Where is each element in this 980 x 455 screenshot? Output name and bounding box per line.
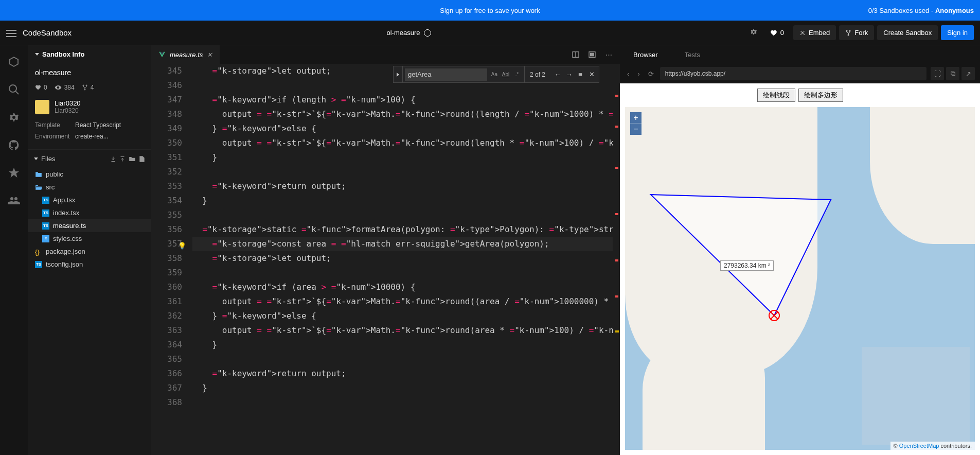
find-expand-icon[interactable] (394, 66, 403, 82)
activity-bar (0, 45, 28, 455)
tab-tests[interactable]: Tests (671, 45, 714, 64)
embed-button[interactable]: Embed (793, 25, 836, 40)
file-tsconfig.json[interactable]: TStsconfig.json (28, 258, 151, 271)
settings-icon[interactable] (8, 111, 20, 124)
find-prev-icon[interactable]: ← (553, 69, 563, 80)
close-icon[interactable]: ✕ (207, 51, 212, 59)
new-folder-icon[interactable] (129, 156, 136, 162)
avatar (35, 100, 49, 114)
banner-status: 0/3 Sandboxes used - Anonymous (868, 7, 974, 14)
more-icon[interactable]: ⋯ (601, 47, 616, 62)
map-attribution: © OpenStreetMap contributors. (890, 442, 975, 450)
match-case-icon[interactable]: Aa (489, 69, 500, 80)
measure-polygon (646, 189, 836, 323)
measure-result: 2793263.34 km ² (720, 260, 774, 271)
file-index.tsx[interactable]: TSindex.tsx (28, 206, 151, 219)
stat-views: 384 (55, 84, 75, 91)
stat-likes: 0 (35, 84, 47, 91)
regex-icon[interactable]: .* (512, 69, 522, 80)
copy-icon[interactable]: ⧉ (946, 67, 959, 80)
file-tree: publicsrcTSApp.tsxTSindex.tsxTSmeasure.t… (28, 168, 151, 455)
find-close-icon[interactable]: ✕ (586, 69, 597, 80)
split-editor-icon[interactable] (568, 47, 583, 62)
find-input[interactable] (405, 68, 487, 81)
find-selection-icon[interactable]: ≡ (575, 69, 585, 80)
sidebar: Sandbox Info ol-measure 0 384 4 Liar0320… (28, 45, 151, 455)
chevron-down-icon (35, 53, 39, 56)
zoom-out-button[interactable]: − (630, 124, 642, 135)
svg-point-5 (86, 85, 87, 86)
svg-rect-9 (591, 53, 594, 56)
live-icon[interactable] (8, 195, 20, 207)
author[interactable]: Liar0320 Liar0320 (35, 99, 144, 114)
promo-banner: Sign up for free to save your work 0/3 S… (0, 0, 980, 21)
files-header[interactable]: Files (28, 149, 151, 168)
qr-watermark (862, 347, 970, 445)
search-icon[interactable] (8, 83, 20, 96)
gear-icon[interactable] (746, 25, 761, 41)
svg-point-6 (84, 89, 85, 90)
file-public[interactable]: public (28, 168, 151, 181)
sandbox-name[interactable]: ol-measure (35, 68, 144, 77)
vue-file-icon (158, 51, 166, 58)
stat-forks: 4 (82, 84, 94, 91)
topbar: CodeSandbox ol-measure 0 Embed Fork Crea… (0, 21, 980, 45)
editor: measure.ts ✕ ⋯ Aa Abl .* (151, 45, 620, 455)
chevron-down-icon (34, 157, 38, 160)
find-widget: Aa Abl .* 2 of 2 ← → ≡ ✕ (393, 66, 599, 83)
likes-count[interactable]: 0 (764, 25, 790, 40)
find-next-icon[interactable]: → (564, 69, 574, 80)
tab-browser[interactable]: Browser (620, 45, 671, 64)
svg-point-4 (83, 85, 84, 86)
url-input[interactable] (660, 67, 926, 80)
open-new-window-icon[interactable]: ↗ (961, 67, 975, 80)
github-icon[interactable] (8, 139, 20, 151)
expand-icon[interactable]: ⛶ (931, 67, 944, 80)
upload-icon[interactable] (119, 156, 126, 162)
banner-text[interactable]: Sign up for free to save your work (440, 7, 540, 14)
file-src[interactable]: src (28, 181, 151, 194)
nav-forward-icon[interactable]: › (635, 68, 642, 80)
zoom-control: + − (630, 112, 642, 135)
template-meta: TemplateReact Typescript (35, 121, 144, 129)
file-package.json[interactable]: {}package.json (28, 245, 151, 258)
file-measure.ts[interactable]: TSmeasure.ts (28, 219, 151, 232)
environment-meta: Environmentcreate-rea... (35, 133, 144, 140)
globe-icon (424, 29, 431, 37)
svg-point-2 (848, 34, 849, 36)
sandbox-info-header[interactable]: Sandbox Info (28, 45, 151, 63)
whole-word-icon[interactable]: Abl (501, 69, 511, 80)
editor-tab[interactable]: measure.ts ✕ (151, 45, 220, 64)
svg-point-3 (9, 85, 16, 92)
draw-polygon-button[interactable]: 绘制多边形 (798, 89, 843, 102)
code-content[interactable]: ="k-storage">let output; ="k-keyword">if… (192, 64, 613, 455)
download-icon[interactable] (110, 156, 116, 162)
deploy-icon[interactable] (8, 167, 20, 179)
preview-pane: Browser Tests ‹ › ⟳ ⛶ ⧉ ↗ 绘制线段 绘制多边形 (620, 45, 980, 455)
explorer-icon[interactable] (8, 56, 20, 68)
map[interactable]: + − 2793263.34 km ² © OpenStreetMap cont… (625, 107, 975, 450)
zoom-in-button[interactable]: + (630, 112, 642, 124)
osm-link[interactable]: OpenStreetMap (899, 443, 939, 449)
find-count: 2 of 2 (524, 66, 550, 82)
nav-back-icon[interactable]: ‹ (625, 68, 631, 80)
hamburger-menu-icon[interactable] (6, 28, 16, 38)
draw-line-button[interactable]: 绘制线段 (757, 89, 795, 102)
create-sandbox-button[interactable]: Create Sandbox (877, 25, 938, 40)
svg-marker-10 (651, 195, 831, 316)
svg-point-0 (846, 30, 847, 31)
reload-icon[interactable]: ⟳ (646, 68, 656, 80)
project-title[interactable]: ol-measure (72, 29, 746, 37)
signin-button[interactable]: Sign in (941, 25, 974, 40)
fork-button[interactable]: Fork (839, 25, 874, 40)
popout-icon[interactable] (585, 47, 599, 62)
svg-point-1 (849, 30, 850, 31)
file-styles.css[interactable]: #styles.css (28, 232, 151, 245)
brand[interactable]: CodeSandbox (23, 28, 72, 37)
new-file-icon[interactable] (139, 155, 145, 163)
file-App.tsx[interactable]: TSApp.tsx (28, 194, 151, 206)
